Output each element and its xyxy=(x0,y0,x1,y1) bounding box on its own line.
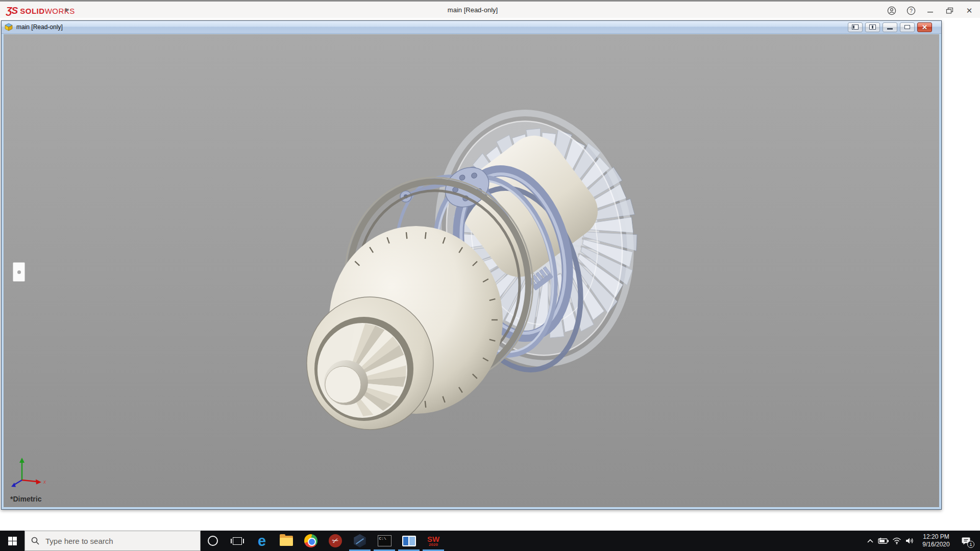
windows-taskbar: e ✂ C:\ SW 2020 xyxy=(0,531,980,551)
document-window: main [Read-only] ✕ xyxy=(1,20,942,510)
wifi-icon xyxy=(892,537,901,544)
restore-icon xyxy=(904,25,910,29)
tray-overflow-chevron[interactable] xyxy=(864,531,877,551)
minimize-icon xyxy=(887,28,893,30)
splitter-dot-icon xyxy=(17,270,21,274)
search-input[interactable] xyxy=(45,537,178,545)
brand-name-bold: SOLID xyxy=(20,7,44,15)
svg-text:x: x xyxy=(43,479,46,485)
taskbar-app-remote-window[interactable] xyxy=(397,531,421,551)
restore-button[interactable] xyxy=(943,5,957,17)
cortana-button[interactable] xyxy=(201,531,225,551)
task-view-icon xyxy=(233,537,242,545)
pane-right-icon xyxy=(869,24,876,30)
minimize-button[interactable] xyxy=(924,5,937,17)
help-icon: ? xyxy=(906,6,916,15)
app-titlebar[interactable]: ƷS SOLIDWORKS ▶ main [Read-only] ? xyxy=(0,0,980,18)
taskbar-search[interactable] xyxy=(24,531,201,551)
battery-charging-icon xyxy=(878,538,889,544)
edge-icon: e xyxy=(258,534,266,548)
hexagon-app-icon xyxy=(353,534,366,547)
exhaust-nozzle xyxy=(307,297,433,430)
document-title: main [Read-only] xyxy=(16,23,63,31)
engine-model[interactable]: x xyxy=(4,34,939,507)
doc-close-button[interactable]: ✕ xyxy=(917,22,932,32)
file-explorer-icon xyxy=(280,536,293,546)
close-icon: ✕ xyxy=(922,24,927,31)
person-icon xyxy=(887,6,896,15)
menu-flyout-arrow-icon[interactable]: ▶ xyxy=(65,7,69,12)
speaker-icon xyxy=(905,537,915,544)
doc-restore-button[interactable] xyxy=(900,22,915,32)
doc-minimize-button[interactable] xyxy=(883,22,897,32)
network-status[interactable] xyxy=(890,531,903,551)
remote-window-icon xyxy=(402,536,416,546)
battery-status[interactable] xyxy=(877,531,890,551)
pane-left-button[interactable] xyxy=(848,22,863,32)
account-button[interactable] xyxy=(885,5,898,17)
close-button[interactable]: ✕ xyxy=(963,5,976,17)
taskbar-app-chrome[interactable] xyxy=(299,531,323,551)
dassault-mark-icon: ƷS xyxy=(6,5,17,16)
action-center-button[interactable]: 1 xyxy=(955,531,977,551)
windows-logo-icon xyxy=(8,537,17,545)
help-button[interactable]: ? xyxy=(904,5,918,17)
taskbar-app-file-explorer[interactable] xyxy=(274,531,299,551)
taskbar-app-solidworks[interactable]: SW 2020 xyxy=(421,531,446,551)
app-window-title: main [Read-only] xyxy=(448,6,498,14)
restore-icon xyxy=(946,7,954,14)
taskbar-app-snipping-tool[interactable]: ✂ xyxy=(323,531,348,551)
solidworks-logo: ƷS SOLIDWORKS xyxy=(6,5,75,16)
brand-name-light: WORKS xyxy=(45,7,75,15)
feature-tree-splitter-handle[interactable] xyxy=(13,262,25,282)
taskbar-app-edge[interactable]: e xyxy=(250,531,274,551)
pane-left-icon xyxy=(852,24,859,30)
view-orientation-label: *Dimetric xyxy=(10,495,41,503)
task-view-button[interactable] xyxy=(225,531,250,551)
chrome-icon xyxy=(304,534,317,547)
command-prompt-icon: C:\ xyxy=(378,535,391,546)
taskbar-app-3d-viewer[interactable] xyxy=(348,531,372,551)
graphics-viewport[interactable]: x *Dimetric xyxy=(4,34,939,507)
close-icon: ✕ xyxy=(966,7,973,14)
svg-text:?: ? xyxy=(910,8,913,13)
tray-time: 12:20 PM xyxy=(917,533,955,541)
cortana-icon xyxy=(208,536,218,546)
scissors-icon: ✂ xyxy=(331,535,340,546)
taskbar-app-command-prompt[interactable]: C:\ xyxy=(372,531,397,551)
document-titlebar[interactable]: main [Read-only] ✕ xyxy=(2,21,941,34)
tray-date: 9/16/2020 xyxy=(917,541,955,548)
volume-status[interactable] xyxy=(903,531,917,551)
assembly-icon xyxy=(5,23,13,31)
start-button[interactable] xyxy=(0,531,24,551)
chevron-up-icon xyxy=(867,539,874,543)
snipping-tool-icon: ✂ xyxy=(329,534,342,547)
notification-count-badge: 1 xyxy=(967,541,974,548)
solidworks-2020-icon: SW 2020 xyxy=(427,535,439,547)
pane-right-button[interactable] xyxy=(865,22,880,32)
taskbar-clock[interactable]: 12:20 PM 9/16/2020 xyxy=(917,533,955,548)
search-icon xyxy=(31,537,39,545)
